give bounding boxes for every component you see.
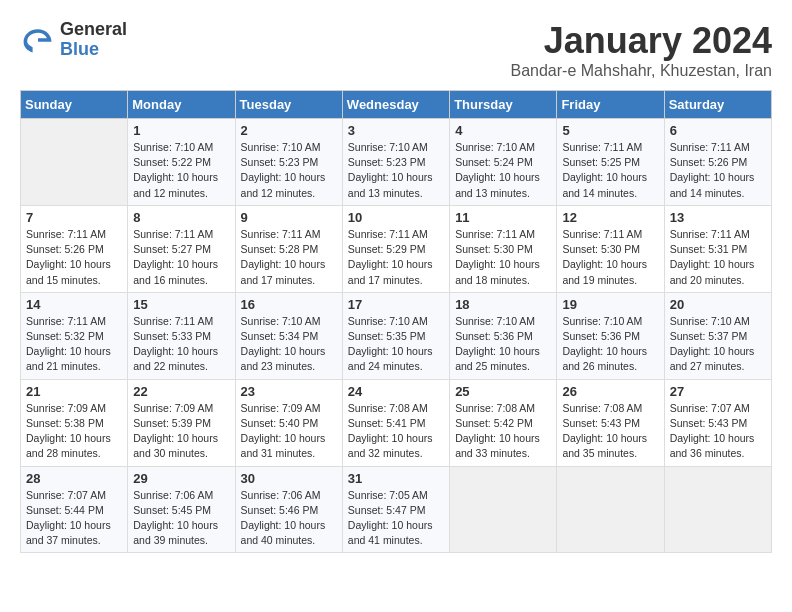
calendar-cell: 27Sunrise: 7:07 AM Sunset: 5:43 PM Dayli… — [664, 379, 771, 466]
day-number: 20 — [670, 297, 766, 312]
day-number: 23 — [241, 384, 337, 399]
day-info: Sunrise: 7:09 AM Sunset: 5:39 PM Dayligh… — [133, 401, 229, 462]
day-info: Sunrise: 7:11 AM Sunset: 5:30 PM Dayligh… — [562, 227, 658, 288]
calendar-cell: 2Sunrise: 7:10 AM Sunset: 5:23 PM Daylig… — [235, 119, 342, 206]
day-number: 21 — [26, 384, 122, 399]
day-info: Sunrise: 7:11 AM Sunset: 5:29 PM Dayligh… — [348, 227, 444, 288]
day-info: Sunrise: 7:10 AM Sunset: 5:35 PM Dayligh… — [348, 314, 444, 375]
weekday-header-thursday: Thursday — [450, 91, 557, 119]
day-info: Sunrise: 7:09 AM Sunset: 5:38 PM Dayligh… — [26, 401, 122, 462]
day-info: Sunrise: 7:10 AM Sunset: 5:34 PM Dayligh… — [241, 314, 337, 375]
calendar-cell: 25Sunrise: 7:08 AM Sunset: 5:42 PM Dayli… — [450, 379, 557, 466]
day-info: Sunrise: 7:11 AM Sunset: 5:26 PM Dayligh… — [26, 227, 122, 288]
calendar-cell: 19Sunrise: 7:10 AM Sunset: 5:36 PM Dayli… — [557, 292, 664, 379]
logo: General Blue — [20, 20, 127, 60]
day-number: 27 — [670, 384, 766, 399]
day-info: Sunrise: 7:08 AM Sunset: 5:42 PM Dayligh… — [455, 401, 551, 462]
day-info: Sunrise: 7:08 AM Sunset: 5:41 PM Dayligh… — [348, 401, 444, 462]
day-number: 15 — [133, 297, 229, 312]
day-number: 8 — [133, 210, 229, 225]
day-number: 22 — [133, 384, 229, 399]
day-number: 19 — [562, 297, 658, 312]
calendar-cell: 22Sunrise: 7:09 AM Sunset: 5:39 PM Dayli… — [128, 379, 235, 466]
day-number: 24 — [348, 384, 444, 399]
title-section: January 2024 Bandar-e Mahshahr, Khuzesta… — [511, 20, 773, 80]
day-number: 28 — [26, 471, 122, 486]
day-info: Sunrise: 7:11 AM Sunset: 5:33 PM Dayligh… — [133, 314, 229, 375]
day-info: Sunrise: 7:10 AM Sunset: 5:23 PM Dayligh… — [241, 140, 337, 201]
calendar-cell: 3Sunrise: 7:10 AM Sunset: 5:23 PM Daylig… — [342, 119, 449, 206]
calendar-cell: 28Sunrise: 7:07 AM Sunset: 5:44 PM Dayli… — [21, 466, 128, 553]
day-number: 4 — [455, 123, 551, 138]
weekday-header-sunday: Sunday — [21, 91, 128, 119]
day-info: Sunrise: 7:10 AM Sunset: 5:36 PM Dayligh… — [562, 314, 658, 375]
day-number: 30 — [241, 471, 337, 486]
calendar-week-row: 1Sunrise: 7:10 AM Sunset: 5:22 PM Daylig… — [21, 119, 772, 206]
day-number: 18 — [455, 297, 551, 312]
month-title: January 2024 — [511, 20, 773, 62]
weekday-header-row: SundayMondayTuesdayWednesdayThursdayFrid… — [21, 91, 772, 119]
day-number: 2 — [241, 123, 337, 138]
calendar-cell: 21Sunrise: 7:09 AM Sunset: 5:38 PM Dayli… — [21, 379, 128, 466]
calendar-cell: 9Sunrise: 7:11 AM Sunset: 5:28 PM Daylig… — [235, 205, 342, 292]
calendar-cell — [450, 466, 557, 553]
day-info: Sunrise: 7:07 AM Sunset: 5:43 PM Dayligh… — [670, 401, 766, 462]
calendar-cell: 12Sunrise: 7:11 AM Sunset: 5:30 PM Dayli… — [557, 205, 664, 292]
calendar-cell: 15Sunrise: 7:11 AM Sunset: 5:33 PM Dayli… — [128, 292, 235, 379]
calendar-cell: 6Sunrise: 7:11 AM Sunset: 5:26 PM Daylig… — [664, 119, 771, 206]
day-number: 29 — [133, 471, 229, 486]
weekday-header-friday: Friday — [557, 91, 664, 119]
day-number: 13 — [670, 210, 766, 225]
day-info: Sunrise: 7:10 AM Sunset: 5:37 PM Dayligh… — [670, 314, 766, 375]
calendar-cell — [21, 119, 128, 206]
logo-text: General Blue — [60, 20, 127, 60]
calendar-table: SundayMondayTuesdayWednesdayThursdayFrid… — [20, 90, 772, 553]
day-info: Sunrise: 7:07 AM Sunset: 5:44 PM Dayligh… — [26, 488, 122, 549]
day-info: Sunrise: 7:11 AM Sunset: 5:30 PM Dayligh… — [455, 227, 551, 288]
calendar-cell: 8Sunrise: 7:11 AM Sunset: 5:27 PM Daylig… — [128, 205, 235, 292]
calendar-cell: 7Sunrise: 7:11 AM Sunset: 5:26 PM Daylig… — [21, 205, 128, 292]
calendar-cell: 26Sunrise: 7:08 AM Sunset: 5:43 PM Dayli… — [557, 379, 664, 466]
day-number: 17 — [348, 297, 444, 312]
day-info: Sunrise: 7:11 AM Sunset: 5:28 PM Dayligh… — [241, 227, 337, 288]
day-number: 25 — [455, 384, 551, 399]
logo-blue-text: Blue — [60, 40, 127, 60]
calendar-cell: 30Sunrise: 7:06 AM Sunset: 5:46 PM Dayli… — [235, 466, 342, 553]
day-number: 14 — [26, 297, 122, 312]
calendar-week-row: 7Sunrise: 7:11 AM Sunset: 5:26 PM Daylig… — [21, 205, 772, 292]
weekday-header-saturday: Saturday — [664, 91, 771, 119]
calendar-cell: 20Sunrise: 7:10 AM Sunset: 5:37 PM Dayli… — [664, 292, 771, 379]
calendar-cell: 4Sunrise: 7:10 AM Sunset: 5:24 PM Daylig… — [450, 119, 557, 206]
day-info: Sunrise: 7:11 AM Sunset: 5:26 PM Dayligh… — [670, 140, 766, 201]
day-info: Sunrise: 7:10 AM Sunset: 5:22 PM Dayligh… — [133, 140, 229, 201]
day-info: Sunrise: 7:06 AM Sunset: 5:46 PM Dayligh… — [241, 488, 337, 549]
calendar-cell: 1Sunrise: 7:10 AM Sunset: 5:22 PM Daylig… — [128, 119, 235, 206]
calendar-cell: 18Sunrise: 7:10 AM Sunset: 5:36 PM Dayli… — [450, 292, 557, 379]
calendar-cell: 24Sunrise: 7:08 AM Sunset: 5:41 PM Dayli… — [342, 379, 449, 466]
logo-icon — [20, 22, 56, 58]
calendar-cell: 11Sunrise: 7:11 AM Sunset: 5:30 PM Dayli… — [450, 205, 557, 292]
calendar-cell: 16Sunrise: 7:10 AM Sunset: 5:34 PM Dayli… — [235, 292, 342, 379]
calendar-cell: 13Sunrise: 7:11 AM Sunset: 5:31 PM Dayli… — [664, 205, 771, 292]
day-info: Sunrise: 7:08 AM Sunset: 5:43 PM Dayligh… — [562, 401, 658, 462]
day-info: Sunrise: 7:11 AM Sunset: 5:32 PM Dayligh… — [26, 314, 122, 375]
day-number: 11 — [455, 210, 551, 225]
day-number: 3 — [348, 123, 444, 138]
day-info: Sunrise: 7:05 AM Sunset: 5:47 PM Dayligh… — [348, 488, 444, 549]
calendar-week-row: 28Sunrise: 7:07 AM Sunset: 5:44 PM Dayli… — [21, 466, 772, 553]
calendar-week-row: 14Sunrise: 7:11 AM Sunset: 5:32 PM Dayli… — [21, 292, 772, 379]
calendar-week-row: 21Sunrise: 7:09 AM Sunset: 5:38 PM Dayli… — [21, 379, 772, 466]
day-number: 6 — [670, 123, 766, 138]
day-number: 26 — [562, 384, 658, 399]
day-number: 5 — [562, 123, 658, 138]
day-number: 9 — [241, 210, 337, 225]
calendar-cell: 10Sunrise: 7:11 AM Sunset: 5:29 PM Dayli… — [342, 205, 449, 292]
calendar-cell — [664, 466, 771, 553]
calendar-cell: 17Sunrise: 7:10 AM Sunset: 5:35 PM Dayli… — [342, 292, 449, 379]
weekday-header-wednesday: Wednesday — [342, 91, 449, 119]
day-info: Sunrise: 7:10 AM Sunset: 5:24 PM Dayligh… — [455, 140, 551, 201]
location-subtitle: Bandar-e Mahshahr, Khuzestan, Iran — [511, 62, 773, 80]
calendar-cell: 14Sunrise: 7:11 AM Sunset: 5:32 PM Dayli… — [21, 292, 128, 379]
day-info: Sunrise: 7:11 AM Sunset: 5:31 PM Dayligh… — [670, 227, 766, 288]
calendar-cell — [557, 466, 664, 553]
